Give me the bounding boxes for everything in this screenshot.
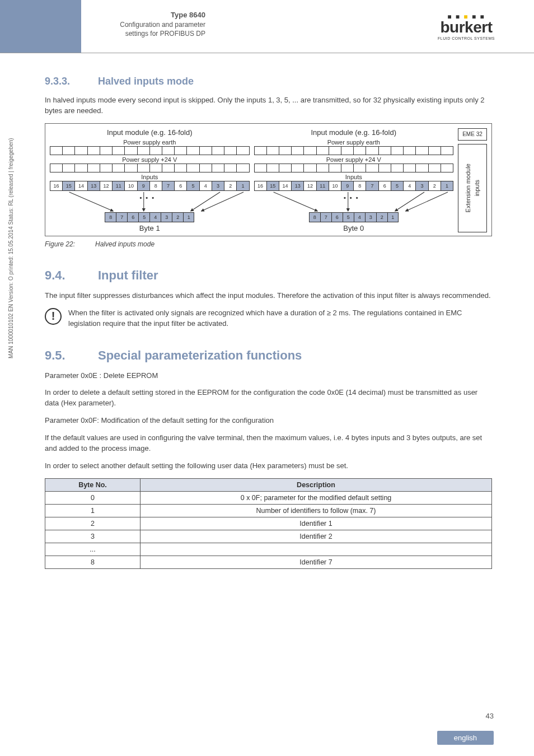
header-subtitle-1: Configuration and parameter (89, 20, 205, 29)
byte-cell: 1 (387, 212, 399, 222)
byte-caption-l: Byte 1 (50, 224, 250, 232)
table-row: ... (45, 543, 492, 556)
bar-24v-r (254, 164, 454, 172)
byte-cell: 4 (354, 212, 365, 222)
figure-text: Halved inputs mode (95, 240, 154, 248)
byte-row-l: 8 7 6 5 4 3 2 1 (50, 212, 250, 222)
th-byte-no: Byte No. (45, 478, 140, 491)
byte-cell: 7 (320, 212, 331, 222)
footer-language-pill: english (437, 731, 494, 745)
in-cell: 9 (341, 181, 353, 191)
arrows-r: • • • (254, 191, 454, 213)
table-row: 00 x 0F; parameter for the modified defa… (45, 491, 492, 504)
logo-name: burkert (438, 18, 495, 36)
heading-94: 9.4.Input filter (45, 268, 492, 283)
svg-line-6 (405, 192, 447, 211)
byte-caption-r: Byte 0 (254, 224, 454, 232)
eme-box: EME 32 (458, 128, 487, 141)
note-block: ! When the filter is activated only sign… (45, 308, 492, 329)
para-933: In halved inputs mode every second input… (45, 95, 492, 116)
row-label-earth-r: Power supply earth (254, 139, 454, 146)
byte-cell: 5 (138, 212, 149, 222)
type-label: Type 8640 (89, 10, 205, 20)
in-cell: 3 (212, 181, 224, 191)
td-byte: ... (45, 543, 140, 556)
arrows-l: • • • (50, 191, 250, 213)
row-label-earth-l: Power supply earth (50, 139, 250, 146)
in-cell: 4 (403, 181, 415, 191)
heading-933: 9.3.3.Halved inputs mode (45, 76, 492, 87)
row-label-inputs-r: Inputs (254, 174, 454, 180)
byte-cell: 2 (172, 212, 183, 222)
para-95-2: In order to delete a default setting sto… (45, 388, 492, 409)
in-cell: 2 (224, 181, 236, 191)
td-byte: 8 (45, 556, 140, 568)
logo-area: ■ ■ ■ ■ ■ burkert FLUID CONTROL SYSTEMS (210, 0, 534, 53)
td-desc (140, 543, 492, 556)
dots-r: • • • (344, 194, 359, 201)
inputs-row-l: 16 15 14 13 12 11 10 9 8 7 6 5 4 3 2 1 (50, 181, 250, 191)
td-desc: 0 x 0F; parameter for the modified defau… (140, 491, 492, 504)
td-byte: 1 (45, 504, 140, 517)
module-title-r: Input module (e.g. 16-fold) (254, 128, 454, 137)
in-cell: 5 (391, 181, 403, 191)
in-cell: 1 (441, 181, 453, 191)
heading-94-title: Input filter (98, 268, 158, 282)
byte-cell: 3 (365, 212, 376, 222)
in-cell: 14 (74, 181, 87, 191)
in-cell: 11 (112, 181, 124, 191)
th-description: Description (140, 478, 492, 491)
header-text-block: Type 8640 Configuration and parameter se… (81, 0, 210, 53)
heading-95: 9.5.Special parameterization functions (45, 348, 492, 363)
td-desc: Identifier 1 (140, 517, 492, 530)
byte-cell: 7 (116, 212, 127, 222)
page-header: Type 8640 Configuration and parameter se… (0, 0, 534, 53)
in-cell: 5 (186, 181, 199, 191)
page-number: 43 (486, 712, 494, 720)
byte-cell: 8 (105, 212, 116, 222)
in-cell: 12 (303, 181, 316, 191)
in-cell: 6 (378, 181, 391, 191)
in-cell: 13 (291, 181, 303, 191)
byte-cell: 6 (127, 212, 138, 222)
logo-tagline: FLUID CONTROL SYSTEMS (438, 36, 495, 40)
svg-line-2 (202, 192, 243, 211)
byte-cell: 8 (309, 212, 320, 222)
byte-cell: 3 (161, 212, 172, 222)
td-byte: 0 (45, 491, 140, 504)
byte-cell: 5 (343, 212, 354, 222)
in-cell: 7 (366, 181, 378, 191)
input-module-left: Input module (e.g. 16-fold) Power supply… (50, 128, 250, 232)
exclamation-icon: ! (45, 308, 62, 325)
extension-module-box: Extension module inputs (458, 144, 487, 232)
svg-line-3 (191, 192, 220, 211)
figure-number: Figure 22: (45, 240, 95, 249)
burkert-logo: ■ ■ ■ ■ ■ burkert FLUID CONTROL SYSTEMS (438, 13, 495, 40)
table-row: 2Identifier 1 (45, 517, 492, 530)
row-label-inputs-l: Inputs (50, 174, 250, 180)
table-row: 1Number of identifiers to follow (max. 7… (45, 504, 492, 517)
in-cell: 8 (353, 181, 366, 191)
heading-94-num: 9.4. (45, 268, 98, 283)
note-text: When the filter is activated only signal… (68, 308, 492, 329)
td-desc: Identifier 2 (140, 530, 492, 543)
inputs-row-r: 16 15 14 13 12 11 10 9 8 7 6 5 4 3 2 1 (254, 181, 454, 191)
para-95-4: If the default values are used in config… (45, 433, 492, 454)
in-cell: 10 (124, 181, 137, 191)
para-95-1: Parameter 0x0E : Delete EEPROM (45, 371, 492, 381)
byte-cell: 2 (376, 212, 387, 222)
svg-line-0 (69, 192, 114, 211)
para-95-5: In order to select another default setti… (45, 461, 492, 472)
ext-label-2: inputs (474, 180, 480, 196)
td-desc: Number of identifiers to follow (max. 7) (140, 504, 492, 517)
in-cell: 8 (149, 181, 162, 191)
header-subtitle-2: settings for PROFIBUS DP (89, 29, 205, 38)
table-row: 3Identifier 2 (45, 530, 492, 543)
heading-95-title: Special parameterization functions (98, 348, 302, 362)
in-cell: 15 (266, 181, 279, 191)
bar-24v-l (50, 164, 250, 172)
in-cell: 11 (316, 181, 329, 191)
para-95-3: Parameter 0x0F: Modification of the defa… (45, 416, 492, 426)
in-cell: 6 (174, 181, 186, 191)
table-row: 8Identifier 7 (45, 556, 492, 568)
